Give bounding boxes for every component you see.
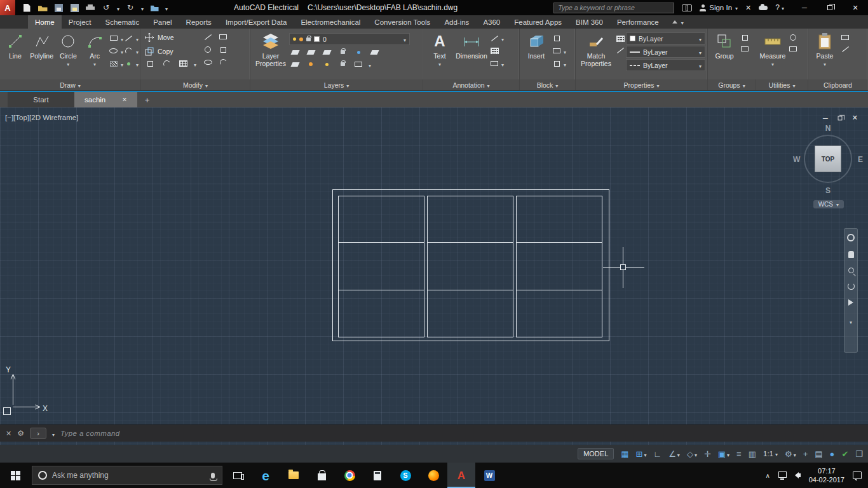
search-icon[interactable]: [682, 4, 692, 11]
spline-dropdown-icon[interactable]: [136, 45, 139, 57]
line-button[interactable]: Line: [2, 30, 29, 79]
undo-dropdown-icon[interactable]: [117, 2, 119, 13]
network-icon[interactable]: [778, 471, 787, 478]
layer-walk-icon[interactable]: [353, 60, 364, 69]
ribbon-tab-reports[interactable]: Reports: [179, 15, 219, 29]
task-view-button[interactable]: [224, 463, 252, 488]
zoom-icon[interactable]: [848, 268, 854, 273]
object-snap-icon[interactable]: ▣: [718, 449, 729, 459]
ribbon-tab-a360[interactable]: A360: [476, 15, 507, 29]
insert-button[interactable]: Insert: [522, 30, 551, 79]
create-block-icon[interactable]: [551, 34, 562, 43]
panel-label-modify[interactable]: Modify: [141, 79, 250, 90]
point-tool-icon[interactable]: [123, 59, 135, 68]
orbit-icon[interactable]: [848, 283, 855, 290]
construction-line-dropdown-icon[interactable]: [136, 32, 139, 44]
annotation-scale-button[interactable]: 1:1: [763, 450, 778, 458]
multileader-tool-icon[interactable]: [489, 34, 500, 43]
redo-dropdown-icon[interactable]: [141, 2, 144, 13]
text-dropdown-icon[interactable]: [438, 60, 441, 67]
drawing-close-icon[interactable]: ✕: [852, 114, 858, 122]
array-tool-icon[interactable]: [177, 59, 189, 68]
layer-off-icon[interactable]: [289, 48, 301, 57]
lineweight-dropdown[interactable]: ByLayer: [626, 46, 705, 58]
command-line[interactable]: ✕ ⚙ › Type a command: [0, 424, 868, 442]
annotation-extra-icon[interactable]: [489, 59, 500, 68]
close-button[interactable]: ✕: [843, 0, 868, 15]
polar-tracking-icon[interactable]: ∠: [668, 449, 680, 459]
restore-button[interactable]: [817, 0, 843, 15]
viewcube-west-label[interactable]: W: [793, 155, 800, 164]
taskbar-clock[interactable]: 07:17 04-02-2017: [809, 466, 844, 485]
calculator-taskbar-button[interactable]: [363, 463, 391, 488]
layer-unisolate-icon[interactable]: [289, 60, 301, 69]
panel-label-properties[interactable]: Properties: [576, 79, 707, 90]
edit-attribute-dropdown-icon[interactable]: [564, 58, 566, 69]
offset-tool-icon[interactable]: [217, 58, 229, 67]
lineweight-display-icon[interactable]: ≡: [736, 449, 742, 459]
tab-close-icon[interactable]: ✕: [122, 97, 127, 103]
viewcube-east-label[interactable]: E: [858, 155, 863, 164]
scale-tool-icon[interactable]: [217, 45, 229, 54]
layer-properties-button[interactable]: Layer Properties: [252, 30, 289, 79]
undo-icon[interactable]: ↺: [101, 3, 111, 13]
ribbon-tab-add-ins[interactable]: Add-ins: [437, 15, 476, 29]
recent-commands-dropdown-icon[interactable]: [52, 428, 55, 439]
eyedropper-icon[interactable]: [614, 46, 626, 55]
wcs-menu[interactable]: WCS: [813, 200, 844, 208]
match-properties-button[interactable]: Match Properties: [578, 30, 614, 79]
viewcube-top-face[interactable]: TOP: [815, 146, 841, 172]
layer-isolate-icon[interactable]: [305, 48, 316, 57]
drawing-canvas[interactable]: Y X [−][Top][2D Wireframe] ─ ✕ N W E S T…: [0, 107, 868, 445]
panel-label-clipboard[interactable]: Clipboard: [808, 79, 867, 90]
arc-dropdown-icon[interactable]: [93, 60, 96, 67]
autocad-taskbar-button[interactable]: A: [447, 463, 475, 488]
save-as-icon[interactable]: [69, 3, 79, 13]
ellipse-tool-icon[interactable]: [108, 46, 119, 55]
ribbon-tab-conversion-tools[interactable]: Conversion Tools: [367, 15, 437, 29]
hidden-icons-chevron[interactable]: ∧: [765, 472, 770, 479]
viewcube-north-label[interactable]: N: [825, 124, 831, 133]
project-manager-icon[interactable]: [149, 3, 159, 13]
annotation-extra-dropdown-icon[interactable]: [501, 58, 504, 69]
layer-tools-dropdown-icon[interactable]: [369, 58, 371, 70]
steering-wheel-icon[interactable]: [847, 234, 855, 241]
clean-screen-icon[interactable]: ❒: [855, 449, 863, 459]
microphone-icon[interactable]: [211, 473, 215, 478]
recent-commands-icon[interactable]: ›: [30, 428, 46, 439]
file-tab-start[interactable]: Start: [8, 92, 74, 107]
measure-button[interactable]: Measure: [758, 30, 787, 79]
word-taskbar-button[interactable]: W: [475, 463, 503, 488]
circle-dropdown-icon[interactable]: [67, 60, 69, 67]
snap-mode-icon[interactable]: ⊞: [636, 449, 647, 459]
point-dropdown-icon[interactable]: [136, 58, 139, 69]
paste-dropdown-icon[interactable]: [824, 60, 826, 67]
open-file-icon[interactable]: [37, 3, 48, 13]
hardware-acceleration-icon[interactable]: ▤: [815, 449, 822, 459]
erase-tool-icon[interactable]: [217, 32, 229, 41]
polyline-button[interactable]: Polyline: [29, 30, 55, 79]
graphics-performance-icon[interactable]: ●: [830, 449, 835, 459]
minimize-button[interactable]: ─: [792, 0, 817, 15]
start-button[interactable]: [0, 463, 31, 488]
hatch-tool-icon[interactable]: [108, 59, 119, 68]
text-button[interactable]: A Text: [425, 30, 454, 79]
array-dropdown-icon[interactable]: [194, 58, 196, 69]
chrome-taskbar-button[interactable]: [336, 463, 363, 488]
mirror-tool-icon[interactable]: [144, 59, 156, 68]
match-layer-icon[interactable]: [369, 48, 380, 57]
sign-in-button[interactable]: Sign In: [700, 4, 738, 11]
linetype-dropdown[interactable]: ByLayer: [626, 59, 705, 71]
action-center-icon[interactable]: [853, 471, 862, 479]
help-button[interactable]: ?: [775, 3, 784, 12]
layer-select-dropdown[interactable]: 0: [289, 33, 410, 45]
dimension-button[interactable]: Dimension: [454, 30, 489, 79]
drawing-restore-icon[interactable]: [837, 116, 842, 120]
ribbon-tab-electromechanical[interactable]: Electromechanical: [294, 15, 367, 29]
spline-tool-icon[interactable]: [123, 46, 135, 55]
ribbon-tab-home[interactable]: Home: [28, 15, 62, 29]
a360-cloud-icon[interactable]: [759, 6, 768, 10]
edge-taskbar-button[interactable]: e: [252, 463, 280, 488]
layer-thaw-all-icon[interactable]: [305, 60, 316, 69]
save-icon[interactable]: [53, 3, 64, 13]
